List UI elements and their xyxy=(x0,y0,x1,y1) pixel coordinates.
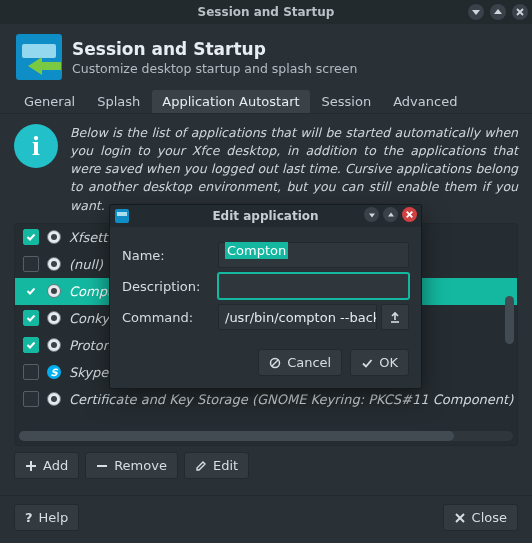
upload-icon xyxy=(388,310,402,324)
row-checkbox[interactable] xyxy=(23,283,39,299)
edit-label: Edit xyxy=(213,458,238,473)
row-label: Conky xyxy=(69,311,109,326)
row-label: Proton xyxy=(69,338,111,353)
tab-general[interactable]: General xyxy=(14,90,85,113)
info-row: i Below is the list of applications that… xyxy=(14,124,518,215)
add-label: Add xyxy=(43,458,68,473)
list-toolbar: Add Remove Edit xyxy=(14,446,518,485)
close-dialog-button[interactable]: Close xyxy=(443,504,518,531)
modal-body: Name: Compton Description: Command: /usr… xyxy=(110,227,421,343)
svg-marker-9 xyxy=(369,213,375,217)
app-icon xyxy=(47,311,61,325)
tab-session[interactable]: Session xyxy=(312,90,382,113)
table-row[interactable]: Certificate and Key Storage (GNOME Keyri… xyxy=(15,386,517,413)
session-startup-icon xyxy=(16,34,62,80)
name-input[interactable]: Compton xyxy=(218,242,409,268)
description-input[interactable] xyxy=(218,273,409,299)
check-icon xyxy=(361,357,373,369)
modal-actions: Cancel OK xyxy=(110,343,421,388)
row-label: (null) xyxy=(69,257,103,272)
window-title: Session and Startup xyxy=(198,5,335,19)
page-title: Session and Startup xyxy=(72,39,357,59)
minimize-button[interactable] xyxy=(468,4,484,20)
app-icon xyxy=(47,230,61,244)
command-label: Command: xyxy=(122,310,214,325)
modal-close-button[interactable] xyxy=(402,207,417,222)
question-icon: ? xyxy=(25,510,33,525)
pencil-icon xyxy=(195,460,207,472)
close-label: Close xyxy=(472,510,507,525)
horizontal-scrollbar[interactable] xyxy=(19,431,513,441)
edit-application-dialog: Edit application Name: Compton Descripti… xyxy=(109,204,422,389)
name-row: Name: Compton xyxy=(122,242,409,268)
svg-marker-0 xyxy=(472,10,480,15)
modal-minimize-button[interactable] xyxy=(364,207,379,222)
modal-window-controls xyxy=(364,207,417,222)
remove-label: Remove xyxy=(114,458,167,473)
row-label: Skype xyxy=(69,365,108,380)
help-label: Help xyxy=(39,510,69,525)
cancel-label: Cancel xyxy=(287,355,331,370)
svg-line-16 xyxy=(272,360,278,366)
session-startup-icon xyxy=(115,209,129,223)
plus-icon xyxy=(25,460,37,472)
app-icon xyxy=(47,257,61,271)
modal-maximize-button[interactable] xyxy=(383,207,398,222)
description-label: Description: xyxy=(122,279,214,294)
minus-icon xyxy=(96,460,108,472)
skype-icon: S xyxy=(47,365,61,379)
row-checkbox[interactable] xyxy=(23,364,39,380)
vertical-scrollbar[interactable] xyxy=(505,284,514,427)
row-checkbox[interactable] xyxy=(23,337,39,353)
row-checkbox[interactable] xyxy=(23,310,39,326)
close-button[interactable] xyxy=(512,4,528,20)
browse-command-button[interactable] xyxy=(381,304,409,330)
row-label: Certificate and Key Storage (GNOME Keyri… xyxy=(69,392,513,407)
tab-advanced[interactable]: Advanced xyxy=(383,90,467,113)
page-header: Session and Startup Customize desktop st… xyxy=(0,24,532,88)
name-label: Name: xyxy=(122,248,214,263)
app-icon xyxy=(47,284,61,298)
command-input[interactable]: /usr/bin/compton --back xyxy=(218,304,377,330)
row-checkbox[interactable] xyxy=(23,256,39,272)
app-icon xyxy=(47,338,61,352)
help-button[interactable]: ? Help xyxy=(14,504,79,531)
tab-bar: General Splash Application Autostart Ses… xyxy=(0,88,532,114)
remove-button[interactable]: Remove xyxy=(85,452,178,479)
page-subtitle: Customize desktop startup and splash scr… xyxy=(72,61,357,76)
row-checkbox[interactable] xyxy=(23,229,39,245)
tab-splash[interactable]: Splash xyxy=(87,90,150,113)
close-icon xyxy=(454,512,466,524)
add-button[interactable]: Add xyxy=(14,452,79,479)
app-icon xyxy=(47,392,61,406)
edit-button[interactable]: Edit xyxy=(184,452,249,479)
ok-button[interactable]: OK xyxy=(350,349,409,376)
row-checkbox[interactable] xyxy=(23,391,39,407)
info-icon: i xyxy=(14,124,58,168)
ok-label: OK xyxy=(379,355,398,370)
modal-titlebar: Edit application xyxy=(110,205,421,227)
session-startup-window: Session and Startup Session and Startup … xyxy=(0,0,532,543)
tab-application-autostart[interactable]: Application Autostart xyxy=(152,90,309,113)
cancel-button[interactable]: Cancel xyxy=(258,349,342,376)
dialog-footer: ? Help Close xyxy=(0,495,532,543)
svg-marker-1 xyxy=(494,9,502,14)
maximize-button[interactable] xyxy=(490,4,506,20)
cancel-icon xyxy=(269,357,281,369)
modal-title: Edit application xyxy=(212,209,318,223)
header-text: Session and Startup Customize desktop st… xyxy=(72,39,357,76)
command-row: Command: /usr/bin/compton --back xyxy=(122,304,409,330)
description-row: Description: xyxy=(122,273,409,299)
window-titlebar: Session and Startup xyxy=(0,0,532,24)
info-text: Below is the list of applications that w… xyxy=(70,124,518,215)
window-controls xyxy=(468,0,528,24)
svg-marker-10 xyxy=(388,212,394,216)
